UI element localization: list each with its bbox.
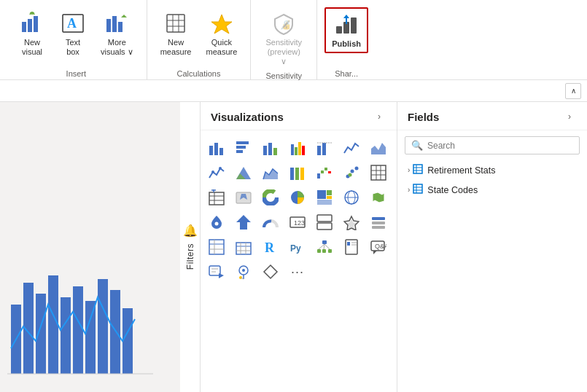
new-visual-label2: visual xyxy=(22,47,42,57)
quick-measure-button[interactable]: Quick measure xyxy=(200,7,243,60)
text-box-button[interactable]: A Text box xyxy=(54,7,92,60)
viz-icon-kpi[interactable] xyxy=(340,211,363,234)
viz-icon-table[interactable] xyxy=(367,161,390,184)
svg-rect-111 xyxy=(317,249,321,253)
viz-icon-waterfall[interactable] xyxy=(313,161,336,184)
main-area: 🔔 Filters Visualizations › xyxy=(0,102,587,392)
viz-icon-more[interactable]: ··· xyxy=(286,260,309,283)
svg-rect-10 xyxy=(112,16,117,32)
viz-icon-clustered-bar[interactable] xyxy=(286,136,309,160)
viz-icon-qa[interactable]: Q&A xyxy=(367,235,390,259)
field-item-state-codes[interactable]: › State Codes xyxy=(397,180,587,200)
fields-panel-collapse-button[interactable]: › xyxy=(562,109,577,124)
new-measure-button[interactable]: New measure xyxy=(155,7,198,60)
fields-search-input[interactable] xyxy=(427,141,573,151)
viz-icon-stacked-bar2[interactable] xyxy=(259,136,282,160)
svg-rect-43 xyxy=(298,142,301,155)
search-icon: 🔍 xyxy=(411,140,423,151)
viz-icon-python[interactable]: Py xyxy=(286,235,309,259)
svg-rect-9 xyxy=(106,19,111,32)
more-visuals-button[interactable]: More visuals ∨ xyxy=(95,7,139,60)
collapse-ribbon-button[interactable]: ∧ xyxy=(565,83,581,99)
viz-icon-bar-chart[interactable] xyxy=(232,136,255,160)
svg-rect-59 xyxy=(324,168,327,170)
share-group: Publish Shar... xyxy=(317,0,380,79)
state-codes-label: State Codes xyxy=(427,185,478,195)
svg-rect-57 xyxy=(317,173,320,179)
svg-point-88 xyxy=(215,222,219,226)
svg-rect-137 xyxy=(413,184,422,193)
fields-panel-header: Fields › xyxy=(397,102,587,130)
svg-rect-25 xyxy=(61,297,71,374)
viz-icon-azure-map[interactable] xyxy=(205,211,228,234)
svg-marker-132 xyxy=(264,265,277,278)
svg-rect-103 xyxy=(236,243,251,254)
viz-icon-matrix2[interactable] xyxy=(232,235,255,259)
viz-icon-matrix[interactable] xyxy=(205,186,228,209)
viz-icon-gauge[interactable] xyxy=(259,211,282,234)
viz-icon-stacked-bar[interactable] xyxy=(205,136,228,160)
viz-icon-multi-row-card[interactable] xyxy=(313,211,336,234)
viz-icon-slicer[interactable] xyxy=(367,211,390,234)
publish-icon xyxy=(333,12,359,38)
svg-text:Py: Py xyxy=(290,243,301,254)
filter-icon[interactable]: 🔔 xyxy=(183,224,198,238)
viz-panel-title: Visualizations xyxy=(211,111,284,123)
svg-rect-96 xyxy=(372,217,385,220)
svg-rect-24 xyxy=(48,275,58,374)
svg-rect-60 xyxy=(328,171,331,173)
svg-rect-34 xyxy=(219,148,223,155)
viz-icon-area2[interactable] xyxy=(259,161,282,184)
viz-icon-table2[interactable] xyxy=(205,235,228,259)
viz-icon-map-filled[interactable] xyxy=(232,186,255,209)
viz-icon-diamond[interactable] xyxy=(259,260,282,283)
viz-icon-card[interactable]: 123 xyxy=(286,211,309,234)
svg-line-116 xyxy=(324,244,330,249)
viz-icon-smart-narrative[interactable] xyxy=(205,260,228,283)
svg-rect-93 xyxy=(317,223,332,230)
new-visual-button[interactable]: New visual xyxy=(13,7,51,60)
svg-text:123: 123 xyxy=(294,219,305,227)
svg-text:Q&A: Q&A xyxy=(375,243,386,250)
svg-rect-30 xyxy=(123,308,133,374)
svg-rect-39 xyxy=(268,143,272,155)
fields-search-box[interactable]: 🔍 xyxy=(405,136,580,154)
svg-rect-58 xyxy=(321,170,324,173)
svg-rect-80 xyxy=(317,190,326,199)
viz-icon-pie[interactable] xyxy=(286,186,309,209)
chart-svg xyxy=(7,261,153,377)
viz-icon-decomp-tree[interactable] xyxy=(313,235,336,259)
viz-icon-treemap[interactable] xyxy=(313,186,336,209)
viz-icon-paginated[interactable] xyxy=(340,235,363,259)
svg-rect-20 xyxy=(351,17,357,34)
sensitivity-button[interactable]: 🔏 Sensitivity (preview) ∨ xyxy=(258,7,309,70)
text-box-label: Text xyxy=(66,38,80,47)
svg-rect-54 xyxy=(290,168,294,180)
viz-panel-collapse-button[interactable]: › xyxy=(372,109,386,124)
insert-buttons: New visual A Text box xyxy=(13,4,139,68)
share-buttons: Publish xyxy=(324,4,368,68)
viz-icon-line-chart[interactable] xyxy=(340,136,363,160)
viz-icon-scatter[interactable] xyxy=(340,161,363,184)
svg-rect-99 xyxy=(209,240,224,254)
viz-icon-filled-map[interactable] xyxy=(367,186,390,209)
viz-icon-ribbon[interactable] xyxy=(286,161,309,184)
viz-icon-globe[interactable] xyxy=(340,186,363,209)
viz-icon-mountain[interactable] xyxy=(232,161,255,184)
svg-rect-2 xyxy=(34,16,38,32)
viz-icon-arrow-chart[interactable] xyxy=(232,211,255,234)
viz-icon-azure-map2[interactable] xyxy=(232,260,255,283)
svg-rect-44 xyxy=(302,146,305,155)
text-box-icon: A xyxy=(60,10,86,36)
field-item-retirement-stats[interactable]: › Retirement Stats xyxy=(397,160,587,180)
viz-icon-100pct-bar[interactable] xyxy=(313,136,336,160)
svg-rect-28 xyxy=(98,279,108,374)
svg-rect-12 xyxy=(167,15,184,32)
svg-rect-65 xyxy=(371,165,386,180)
svg-rect-110 xyxy=(322,240,327,244)
viz-icon-r-visual[interactable]: R xyxy=(259,235,282,259)
publish-button[interactable]: Publish xyxy=(324,7,368,53)
viz-icon-line2[interactable] xyxy=(205,161,228,184)
viz-icon-donut[interactable] xyxy=(259,186,282,209)
viz-icon-area-chart[interactable] xyxy=(367,136,390,160)
